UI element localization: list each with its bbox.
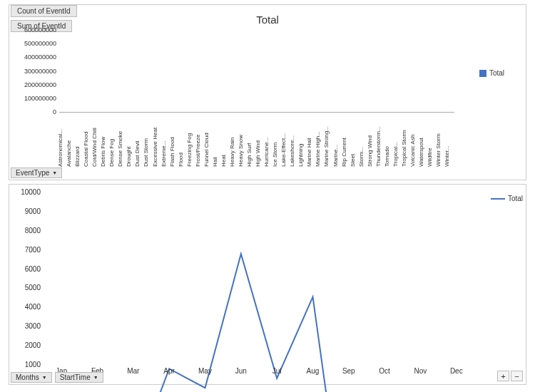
line-chart-panel: 1000200030004000500060007000800090001000… [9,184,526,385]
zoom-out-button[interactable]: − [511,371,523,381]
bar-category-label: High Surf [246,143,253,167]
bar-category-label: Freezing Fog [186,133,193,167]
bar-category-label: Heavy Rain [229,138,235,167]
bar-x-axis: Astronomical...AvalancheBlizzardCoastal … [59,113,454,167]
bar-category-label: Tropical Storm [401,130,407,167]
bar-category-label: Lake-Effect... [280,133,287,167]
bar-category-label: Excessive Heat [152,128,158,167]
bar-category-label: Heat [220,155,227,167]
bar-chart-panel: Count of EventId Sum of EventId Total 01… [9,4,526,180]
bar-category-label: Dust Storm [143,138,149,167]
bar-legend-label: Total [489,69,504,77]
bar-category-label: Hurricane... [263,138,270,167]
bar-category-label: Avalanche [66,140,72,167]
bar-category-label: Extreme... [160,141,167,167]
months-dropdown[interactable]: Months ▼ [11,372,52,383]
bar-category-label: Winter Storm [435,133,442,167]
bar-category-label: Thunderstorm... [375,127,382,167]
bar-category-label: Storm... [358,147,365,167]
bar-category-label: Lakeshore... [289,135,295,167]
bar-category-label: Tropical... [392,142,399,167]
bar-category-label: Marine Hail [306,138,312,167]
bar-category-label: Debris Flow [100,137,106,167]
bar-category-label: Dust Devil [134,141,141,167]
line-category-label: Mar [116,367,151,378]
line-legend-label: Total [508,195,523,202]
bar-category-label: Strong Wind [367,135,373,167]
bar-category-label: Flood [178,153,184,167]
bar-plot-area [59,30,454,113]
line-category-label: Dec [439,367,474,378]
bar-category-label: Wildfire [427,148,433,167]
bar-chart-title: Total [9,14,526,26]
bar-category-label: Marine Strong... [323,126,330,167]
bar-y-axis: 0100000000200000000300000000400000000500… [15,30,58,112]
bar-category-label: Dense Fog [108,139,115,167]
line-category-label: Oct [367,367,402,378]
chevron-down-icon: ▼ [93,375,98,380]
line-category-label: Jul [259,367,295,378]
bar-legend: Total [479,69,504,77]
bar-category-label: Blizzard [74,147,81,167]
chevron-down-icon: ▼ [42,375,47,380]
bar-category-label: Cold/Wind Chill [91,128,98,167]
bar-category-label: Drought [126,147,132,167]
starttime-label: StartTime [60,373,91,381]
bar-category-label: Volcanic Ash [409,135,416,167]
months-label: Months [16,373,39,381]
bar-category-label: Hail [212,157,218,167]
bar-category-label: Tornado [384,146,390,167]
bar-category-label: Rip Current [341,138,347,167]
line-category-label: Apr [151,367,187,378]
zoom-in-button[interactable]: + [497,371,509,381]
bar-category-label: Funnel Cloud [203,133,210,167]
eventtype-dropdown[interactable]: EventType ▼ [11,167,62,178]
legend-line-icon [491,198,505,200]
bar-category-label: Lightning [297,144,304,167]
bar-category-label: Waterspout [418,138,424,167]
line-category-label: May [187,367,223,378]
line-category-label: Sep [331,367,367,378]
starttime-dropdown[interactable]: StartTime ▼ [55,372,103,383]
bar-category-label: Coastal Flood [83,132,89,167]
line-category-label: Aug [295,367,330,378]
bar-category-label: High Wind [255,140,261,167]
chevron-down-icon: ▼ [52,170,57,175]
line-x-axis: JanFebMarAprMayJunJulAugSepOctNovDec [44,367,474,378]
bar-category-label: Frost/Freeze [195,135,201,167]
line-category-label: Jun [223,367,259,378]
line-category-label: Nov [402,367,438,378]
bar-category-label: Astronomical... [57,129,63,167]
line-y-axis: 1000200030004000500060007000800090001000… [15,192,42,364]
eventtype-label: EventType [16,169,49,177]
bar-category-label: Dense Smoke [117,131,123,167]
bar-category-label: Marine... [332,145,339,167]
bar-category-label: Sleet [350,154,356,167]
bar-category-label: Heavy Snow [238,135,244,167]
bar-category-label: Marine High... [315,131,321,167]
legend-swatch-icon [479,70,486,77]
bar-category-label: Ice Storm [272,143,278,167]
line-legend: Total [491,195,523,202]
bar-category-label: Winter... [444,146,450,167]
line-plot-area [44,192,474,364]
bar-category-label: Flash Flood [169,137,175,167]
